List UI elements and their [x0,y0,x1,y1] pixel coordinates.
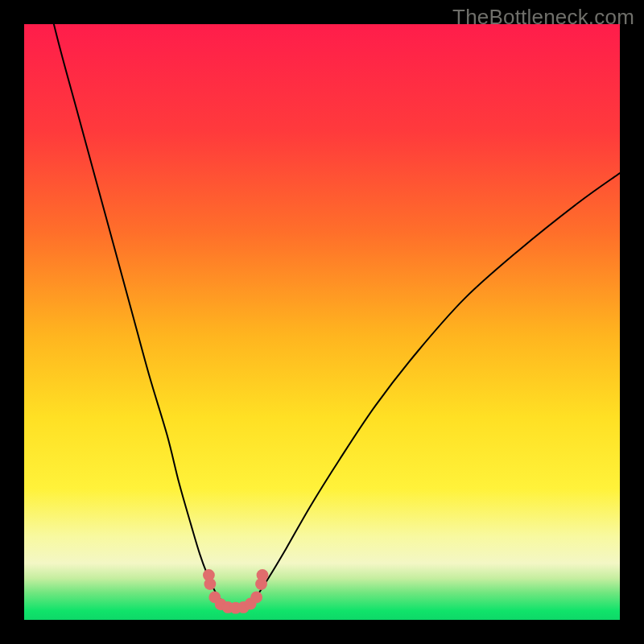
chart-svg [24,24,620,620]
plot-area [24,24,620,620]
curve-marker [204,578,216,590]
chart-frame: TheBottleneck.com [0,0,644,644]
bottleneck-curve [24,24,620,608]
curve-markers [203,569,268,614]
curve-marker [257,569,269,581]
curve-marker [250,591,262,603]
